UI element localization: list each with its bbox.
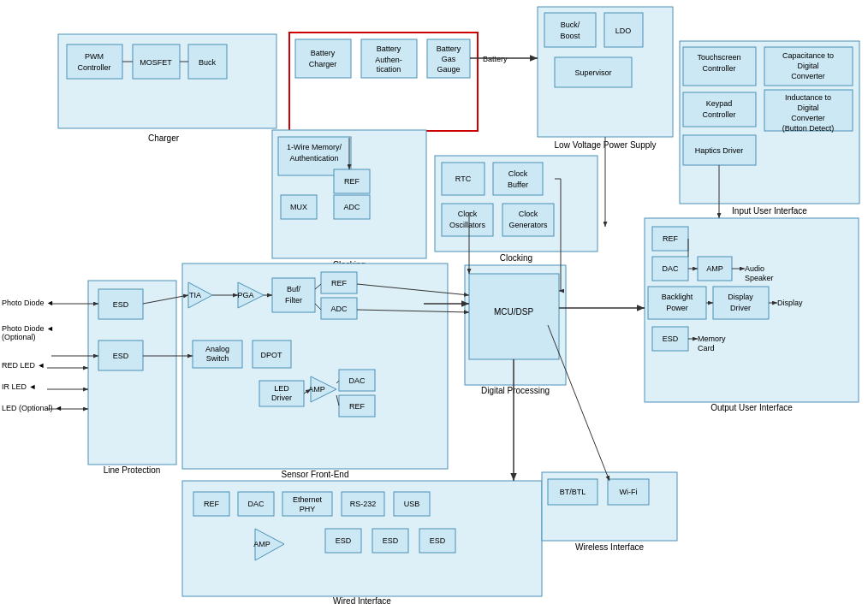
svg-text:(Button Detect): (Button Detect)	[782, 124, 835, 133]
svg-rect-40	[427, 39, 470, 78]
svg-rect-142	[282, 492, 332, 516]
svg-rect-12	[435, 156, 597, 252]
svg-text:Battery: Battery	[483, 55, 508, 63]
svg-rect-82	[442, 204, 493, 236]
svg-text:Generators: Generators	[508, 221, 548, 229]
svg-text:Power: Power	[666, 304, 688, 312]
svg-text:ESD: ESD	[430, 536, 446, 545]
svg-text:Speaker: Speaker	[745, 274, 774, 282]
svg-rect-117	[272, 278, 315, 312]
svg-rect-75	[334, 195, 370, 219]
svg-line-200	[357, 310, 469, 312]
svg-text:Battery: Battery	[377, 44, 401, 53]
svg-text:Photo Diode ◄: Photo Diode ◄	[2, 299, 54, 307]
svg-text:Charger: Charger	[148, 133, 180, 143]
svg-text:Digital: Digital	[797, 104, 818, 112]
svg-text:ESD: ESD	[113, 352, 129, 360]
svg-rect-8	[680, 41, 859, 204]
svg-rect-71	[334, 169, 370, 193]
svg-text:Input User Interface: Input User Interface	[732, 206, 807, 216]
svg-text:Display: Display	[777, 299, 803, 307]
svg-text:Sensor Front-End: Sensor Front-End	[282, 470, 349, 479]
svg-text:Analog: Analog	[205, 345, 229, 353]
svg-rect-151	[325, 529, 361, 553]
svg-rect-127	[253, 340, 291, 368]
svg-marker-113	[188, 282, 212, 308]
svg-rect-129	[259, 381, 304, 406]
svg-text:Touchscreen: Touchscreen	[697, 53, 740, 62]
svg-rect-58	[683, 92, 756, 127]
svg-rect-16	[465, 265, 566, 385]
svg-text:ADC: ADC	[330, 305, 348, 313]
svg-rect-47	[604, 13, 643, 47]
svg-rect-18	[182, 264, 448, 469]
block-diagram: Charger Battery Management Low Voltage P…	[0, 0, 868, 604]
svg-text:AMP: AMP	[706, 264, 723, 273]
svg-line-178	[548, 325, 609, 481]
svg-rect-77	[442, 163, 485, 195]
svg-rect-49	[555, 57, 632, 87]
svg-text:Wi-Fi: Wi-Fi	[620, 488, 638, 496]
svg-text:LED (Optional) ◄: LED (Optional) ◄	[2, 404, 62, 412]
svg-text:Ethernet: Ethernet	[293, 495, 323, 504]
svg-rect-111	[98, 340, 143, 370]
svg-rect-4	[289, 33, 478, 131]
svg-text:Driver: Driver	[730, 304, 751, 312]
svg-rect-29	[133, 44, 180, 79]
svg-text:AMP: AMP	[253, 540, 271, 548]
svg-text:Battery: Battery	[311, 49, 336, 57]
svg-line-190	[143, 295, 188, 304]
svg-rect-2	[58, 34, 276, 128]
svg-text:ESD: ESD	[383, 536, 399, 545]
svg-rect-22	[182, 481, 542, 596]
svg-text:AMP: AMP	[308, 385, 325, 394]
svg-text:IR LED ◄: IR LED ◄	[2, 382, 36, 391]
svg-text:Oscillators: Oscillators	[449, 221, 486, 229]
svg-text:REF: REF	[349, 402, 366, 411]
svg-rect-136	[339, 395, 375, 417]
svg-rect-54	[764, 47, 853, 86]
svg-rect-103	[652, 327, 688, 351]
svg-rect-20	[88, 281, 176, 465]
svg-text:Clock: Clock	[508, 169, 528, 178]
svg-text:Controller: Controller	[702, 110, 735, 119]
svg-text:PGA: PGA	[237, 291, 253, 299]
svg-rect-124	[193, 340, 242, 368]
svg-marker-132	[311, 376, 336, 402]
svg-text:LDO: LDO	[615, 27, 632, 35]
svg-rect-134	[339, 370, 375, 391]
svg-rect-26	[67, 44, 122, 79]
svg-text:(Optional): (Optional)	[2, 333, 36, 341]
svg-text:Display: Display	[728, 293, 753, 301]
svg-rect-92	[698, 257, 732, 281]
svg-rect-109	[98, 289, 143, 319]
svg-rect-120	[321, 272, 357, 293]
svg-text:MUX: MUX	[290, 203, 307, 211]
svg-text:Buffer: Buffer	[508, 181, 528, 189]
svg-rect-33	[295, 39, 351, 78]
svg-text:RED LED ◄: RED LED ◄	[2, 361, 45, 370]
svg-text:Battery: Battery	[437, 44, 461, 53]
svg-rect-155	[419, 529, 455, 553]
svg-text:Photo Diode ◄: Photo Diode ◄	[2, 324, 54, 333]
svg-text:ADC: ADC	[343, 203, 360, 211]
svg-rect-85	[502, 204, 554, 236]
svg-rect-66	[683, 135, 756, 165]
svg-text:Driver: Driver	[271, 394, 292, 402]
svg-line-199	[357, 284, 469, 295]
svg-text:Digital Processing: Digital Processing	[481, 386, 550, 395]
svg-rect-145	[342, 492, 384, 516]
svg-rect-73	[281, 195, 317, 219]
svg-text:DAC: DAC	[247, 500, 265, 508]
svg-text:MCU/DSP: MCU/DSP	[494, 307, 533, 317]
svg-rect-31	[188, 44, 227, 79]
svg-rect-61	[764, 90, 853, 131]
svg-rect-157	[548, 479, 597, 505]
svg-text:Line Protection: Line Protection	[104, 465, 161, 475]
svg-rect-10	[272, 130, 426, 258]
svg-rect-99	[713, 287, 769, 319]
svg-line-201	[304, 389, 311, 394]
svg-rect-68	[278, 137, 351, 175]
svg-text:USB: USB	[404, 500, 420, 508]
svg-rect-138	[193, 492, 229, 516]
